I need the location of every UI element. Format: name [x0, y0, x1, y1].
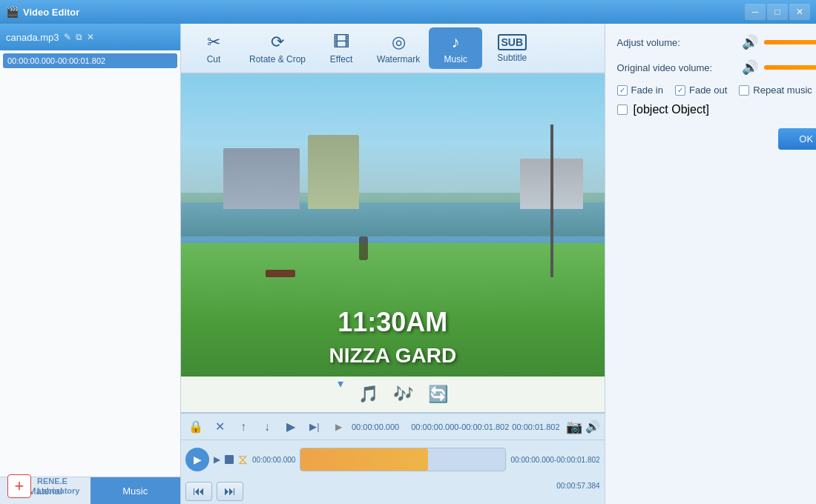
- tl-end-time: 00:00:01.802: [512, 422, 559, 431]
- video-time-overlay: 11:30AM: [338, 307, 447, 338]
- cut-label: Cut: [207, 54, 221, 64]
- video-preview: 11:30AM NIZZA GARD: [181, 74, 605, 412]
- close-button[interactable]: ✕: [789, 4, 810, 20]
- fade-checkboxes: Fade in Fade out Repeat music: [617, 84, 816, 96]
- effect-icon: 🎞: [333, 33, 349, 52]
- vol-icon-1: 🔊: [742, 34, 758, 50]
- left-panel: canada.mp3 ✎ ⧉ ✕ 00:00:00.000-00:00:01.8…: [0, 24, 181, 504]
- track-fill: [300, 448, 427, 471]
- subtitle-button[interactable]: SUB Subtitle: [485, 27, 539, 69]
- track-step-btn[interactable]: ▶: [214, 454, 220, 465]
- marker-icon: ⧖: [238, 452, 248, 468]
- tl-play-frame-btn[interactable]: ▶|: [304, 417, 325, 437]
- cut-icon: ✂: [207, 33, 220, 52]
- content-area: ✂ Cut ⟳ Rotate & Crop 🎞 Effect ◎ Waterma…: [181, 24, 605, 504]
- duplicate-icon[interactable]: ⧉: [76, 32, 82, 42]
- app-title: Video Editor: [23, 7, 79, 18]
- effect-button[interactable]: 🎞 Effect: [315, 27, 368, 69]
- tl-play-small2[interactable]: ▶: [328, 417, 349, 437]
- restore-button[interactable]: □: [767, 4, 788, 20]
- tl-down-btn[interactable]: ↓: [257, 417, 277, 437]
- fade-in-label: Fade in: [631, 84, 663, 96]
- remove-sound-row: [object Object]: [617, 103, 816, 116]
- original-volume-label: Original video volume:: [617, 62, 736, 73]
- rotate-crop-button[interactable]: ⟳ Rotate & Crop: [243, 27, 312, 69]
- repeat-music-group: Repeat music: [739, 84, 812, 96]
- camera-icon[interactable]: 📷: [566, 419, 582, 435]
- music-button[interactable]: ♪ Music: [429, 27, 482, 69]
- logo-plus-icon: +: [7, 474, 31, 498]
- vol-icon-2: 🔊: [742, 59, 758, 76]
- main-container: canada.mp3 ✎ ⧉ ✕ 00:00:00.000-00:00:01.8…: [0, 24, 816, 504]
- music-icon: ♪: [452, 33, 460, 52]
- adjust-volume-label: Adjust volume:: [617, 37, 736, 48]
- overlay-refresh-btn[interactable]: 🔄: [428, 385, 448, 404]
- music-label: Music: [444, 54, 467, 64]
- tl-lock-btn[interactable]: 🔒: [185, 417, 206, 437]
- tl-start-time: 00:00:00.000: [352, 422, 399, 431]
- action-buttons: OK Cancel: [617, 128, 816, 150]
- stamp-buttons-row: ⏮ ⏭ 00:00:57.384: [185, 482, 600, 501]
- stamp-fwd-btn[interactable]: ⏭: [217, 482, 243, 501]
- stamp-back-btn[interactable]: ⏮: [185, 482, 212, 501]
- adjust-volume-slider[interactable]: [764, 40, 816, 44]
- track-mid-time: 00:00:00.000-00:00:01.802: [510, 456, 599, 464]
- toolbar: ✂ Cut ⟳ Rotate & Crop 🎞 Effect ◎ Waterma…: [181, 24, 605, 74]
- tl-delete-btn[interactable]: ✕: [209, 417, 230, 437]
- tl-up-btn[interactable]: ↑: [233, 417, 254, 437]
- subtitle-label: Subtitle: [497, 53, 527, 63]
- minimize-button[interactable]: ─: [745, 4, 766, 20]
- timeline-track-row: ▶ ▶ ⧖ 00:00:00.000 00:00:00.000-00:00:01…: [181, 440, 605, 479]
- fade-in-group: Fade in: [617, 84, 663, 96]
- watermark-label: Watermark: [377, 54, 420, 64]
- file-list-item[interactable]: 00:00:00.000-00:00:01.802: [3, 53, 177, 68]
- adjust-volume-row: Adjust volume: 🔊 100%: [617, 34, 816, 50]
- edit-icon[interactable]: ✎: [64, 32, 71, 42]
- ok-button[interactable]: OK: [778, 128, 816, 150]
- logo-area: + RENE.E Laboratory: [7, 474, 79, 498]
- watermark-button[interactable]: ◎ Watermark: [371, 27, 426, 69]
- app-icon: 🎬: [6, 6, 19, 18]
- subtitle-icon: SUB: [498, 34, 527, 50]
- file-list-area: 00:00:00.000-00:00:01.802: [0, 50, 180, 477]
- overlay-music-btn[interactable]: 🎵: [358, 385, 378, 404]
- tl-play-btn[interactable]: ▶: [280, 417, 301, 437]
- track-start-time: 00:00:00.000: [252, 456, 295, 464]
- track-end-time: 00:00:57.384: [556, 482, 599, 501]
- cut-button[interactable]: ✂ Cut: [187, 27, 240, 69]
- track-stop-btn[interactable]: [225, 455, 234, 464]
- timeline-area: 🔒 ✕ ↑ ↓ ▶ ▶| ▶ 00:00:00.000 00:00:00.000…: [181, 412, 605, 504]
- original-volume-slider[interactable]: [764, 65, 816, 70]
- effect-label: Effect: [330, 54, 352, 64]
- fade-out-group: Fade out: [675, 84, 727, 96]
- track-play-btn[interactable]: ▶: [185, 448, 209, 471]
- video-area: 11:30AM NIZZA GARD ▾ 🎵 🎶 🔄: [181, 74, 605, 412]
- overlay-add-music-btn[interactable]: 🎶: [393, 385, 413, 404]
- fade-in-checkbox[interactable]: [617, 85, 628, 96]
- original-volume-fill: [764, 65, 816, 70]
- repeat-music-label: Repeat music: [753, 84, 812, 96]
- right-controls-panel: Adjust volume: 🔊 100% Original video vol…: [605, 24, 816, 504]
- volume-icon-tl[interactable]: 🔊: [585, 420, 600, 434]
- repeat-music-checkbox[interactable]: [739, 85, 749, 96]
- watermark-icon: ◎: [392, 33, 406, 52]
- timeline-controls-row: 🔒 ✕ ↑ ↓ ▶ ▶| ▶ 00:00:00.000 00:00:00.000…: [181, 414, 605, 440]
- adjust-volume-fill: [764, 40, 816, 44]
- tl-mid-time: 00:00:00.000-00:00:01.802: [411, 422, 509, 431]
- title-bar: 🎬 Video Editor ─ □ ✕: [0, 0, 816, 24]
- window-controls: ─ □ ✕: [745, 4, 810, 20]
- fade-out-label: Fade out: [689, 84, 727, 96]
- remove-sound-checkbox[interactable]: [617, 105, 628, 115]
- video-location-overlay: NIZZA GARD: [329, 344, 456, 368]
- logo-text: RENE.E Laboratory: [37, 477, 79, 496]
- timeline-track[interactable]: [300, 448, 506, 471]
- rotate-icon: ⟳: [271, 33, 284, 52]
- overlay-arrow-icon: ▾: [338, 377, 343, 391]
- close-file-icon[interactable]: ✕: [87, 32, 94, 42]
- remove-sound-label: [object Object]: [634, 103, 709, 116]
- floating-overlay: ▾ 🎵 🎶 🔄: [181, 377, 605, 412]
- rotate-label: Rotate & Crop: [249, 54, 306, 64]
- file-tab: canada.mp3 ✎ ⧉ ✕: [0, 24, 180, 50]
- fade-out-checkbox[interactable]: [675, 85, 685, 96]
- tab-music[interactable]: Music: [91, 477, 181, 504]
